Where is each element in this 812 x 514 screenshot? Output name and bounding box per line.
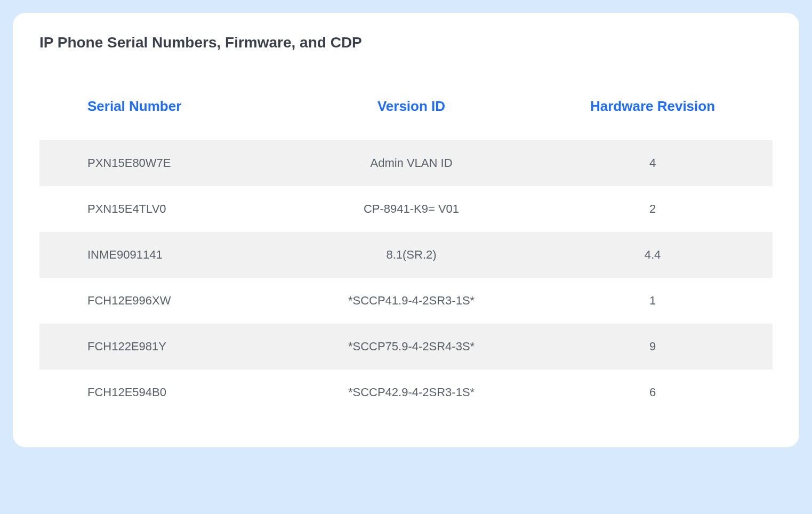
table-row: FCH12E996XW *SCCP41.9-4-2SR3-1S* 1 xyxy=(39,278,773,324)
data-card: IP Phone Serial Numbers, Firmware, and C… xyxy=(13,13,799,447)
cell-serial: FCH122E981Y xyxy=(39,324,290,370)
cell-serial: INME9091141 xyxy=(39,232,290,278)
cell-version: *SCCP42.9-4-2SR3-1S* xyxy=(290,370,533,415)
header-serial: Serial Number xyxy=(39,83,290,140)
cell-serial: PXN15E4TLV0 xyxy=(39,186,290,232)
data-table: Serial Number Version ID Hardware Revisi… xyxy=(39,83,773,415)
table-body: PXN15E80W7E Admin VLAN ID 4 PXN15E4TLV0 … xyxy=(39,140,773,415)
cell-version: Admin VLAN ID xyxy=(290,140,533,186)
cell-version: CP-8941-K9= V01 xyxy=(290,186,533,232)
cell-serial: FCH12E594B0 xyxy=(39,370,290,415)
header-version: Version ID xyxy=(290,83,533,140)
cell-version: *SCCP41.9-4-2SR3-1S* xyxy=(290,278,533,324)
header-revision: Hardware Revision xyxy=(533,83,773,140)
cell-serial: PXN15E80W7E xyxy=(39,140,290,186)
cell-version: 8.1(SR.2) xyxy=(290,232,533,278)
table-row: PXN15E80W7E Admin VLAN ID 4 xyxy=(39,140,773,186)
table-row: INME9091141 8.1(SR.2) 4.4 xyxy=(39,232,773,278)
table-row: FCH12E594B0 *SCCP42.9-4-2SR3-1S* 6 xyxy=(39,370,773,415)
cell-revision: 4.4 xyxy=(533,232,773,278)
card-title: IP Phone Serial Numbers, Firmware, and C… xyxy=(39,34,773,51)
cell-revision: 2 xyxy=(533,186,773,232)
cell-serial: FCH12E996XW xyxy=(39,278,290,324)
table-row: PXN15E4TLV0 CP-8941-K9= V01 2 xyxy=(39,186,773,232)
cell-revision: 4 xyxy=(533,140,773,186)
cell-revision: 9 xyxy=(533,324,773,370)
cell-version: *SCCP75.9-4-2SR4-3S* xyxy=(290,324,533,370)
cell-revision: 6 xyxy=(533,370,773,415)
table-row: FCH122E981Y *SCCP75.9-4-2SR4-3S* 9 xyxy=(39,324,773,370)
cell-revision: 1 xyxy=(533,278,773,324)
header-row: Serial Number Version ID Hardware Revisi… xyxy=(39,83,773,140)
